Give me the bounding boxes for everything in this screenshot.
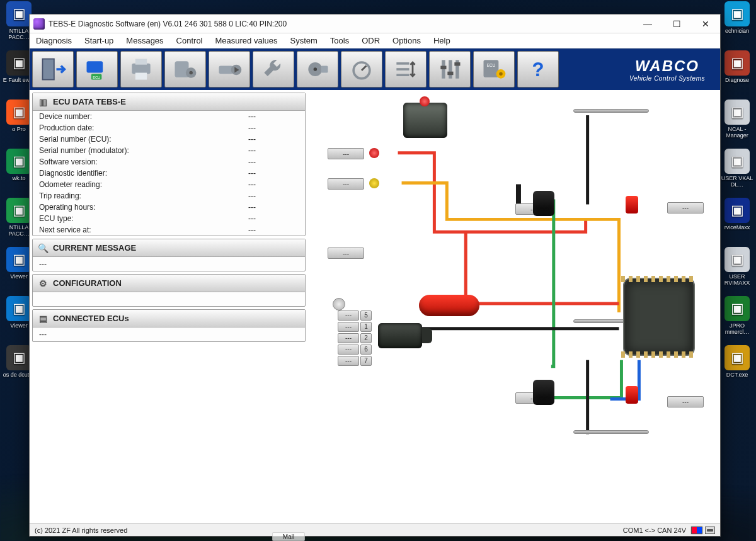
port-number: 5	[360, 310, 372, 321]
svg-point-13	[314, 67, 318, 71]
menu-help[interactable]: Help	[427, 33, 457, 48]
menu-odr[interactable]: ODR	[355, 33, 386, 48]
ecu-data-row: Diagnostic identifier:---	[33, 168, 305, 179]
ecu-data-row: Trip reading:---	[33, 190, 305, 202]
chip-icon: ▥	[37, 96, 49, 108]
svg-rect-25	[454, 62, 460, 66]
sort-icon[interactable]	[385, 51, 427, 88]
panel-title: ECU DATA TEBS-E	[53, 97, 126, 106]
test-button[interactable]	[333, 298, 345, 310]
menu-tools[interactable]: Tools	[324, 33, 355, 48]
minimize-button[interactable]: —	[633, 14, 662, 33]
supply-cap-red	[369, 148, 379, 158]
menu-system[interactable]: System	[284, 33, 324, 48]
ecu-data-row: Operating hours:---	[33, 202, 305, 213]
schematic-pane: --- --- --- --- --- --- ---	[309, 90, 720, 523]
ecu-data-row: Serial number (modulator):---	[33, 145, 305, 156]
air-tank	[419, 295, 479, 316]
disc-icon[interactable]	[297, 51, 338, 88]
svg-rect-19	[396, 74, 409, 76]
svg-rect-24	[447, 72, 453, 76]
panel-body: ---	[33, 257, 305, 271]
svg-point-15	[353, 62, 370, 79]
relay-valve	[403, 103, 447, 138]
gauge-icon[interactable]	[341, 51, 382, 88]
mini-readout: ---	[667, 396, 704, 407]
settings-cog-icon[interactable]	[164, 51, 206, 88]
port-status: ---	[338, 356, 359, 366]
menu-diagnosis[interactable]: Diagnosis	[30, 33, 78, 48]
menu-messages[interactable]: Messages	[120, 33, 169, 48]
desktop-shortcut[interactable]: ▣USER VKAL DL…	[719, 149, 755, 194]
mini-readout: ---	[328, 148, 364, 159]
mini-readout: ---	[328, 248, 364, 259]
ecu-block	[624, 279, 694, 355]
ecu-connect-icon[interactable]: ECU	[76, 51, 118, 88]
svg-rect-6	[135, 73, 147, 80]
svg-line-16	[362, 66, 366, 71]
panel-title: CONNECTED ECUs	[53, 314, 129, 323]
port-status: ---	[338, 345, 359, 355]
close-button[interactable]: ✕	[691, 14, 720, 33]
desktop-shortcut[interactable]: ▣USER RVIMAXX	[719, 247, 755, 292]
svg-rect-10	[219, 66, 233, 74]
svg-rect-4	[132, 64, 150, 74]
svg-rect-21	[449, 60, 452, 78]
menu-options[interactable]: Options	[386, 33, 427, 48]
desktop-shortcut[interactable]: ▣echnician	[719, 1, 755, 47]
ecu-data-row: Device number:---	[33, 111, 305, 122]
svg-point-9	[189, 71, 193, 75]
valve	[626, 386, 638, 404]
svg-rect-1	[87, 61, 103, 72]
port-status: ---	[338, 333, 359, 343]
axle	[573, 109, 649, 113]
app-icon	[33, 18, 45, 30]
svg-rect-0	[43, 59, 54, 80]
maximize-button[interactable]: ☐	[662, 14, 691, 33]
panel-body: ---	[33, 327, 305, 341]
desktop-shortcut[interactable]: ▣JPRO mmercl…	[719, 296, 755, 341]
port-status: ---	[338, 322, 359, 332]
svg-point-29	[499, 72, 503, 76]
svg-rect-14	[321, 66, 328, 73]
ecu-data-row: Odometer reading:---	[33, 179, 305, 190]
mini-readout: ---	[667, 202, 704, 214]
wrench-icon[interactable]	[253, 51, 294, 88]
window-title: TEBS-E Diagnostic Software (en) V6.01 24…	[49, 20, 287, 28]
ecu-config-icon[interactable]: ECU	[473, 51, 515, 88]
interface-icon	[705, 527, 715, 534]
modules-icon: ▤	[37, 312, 49, 325]
panel-body	[33, 292, 305, 306]
brand-logo: WABCOVehicle Control Systems	[617, 51, 718, 88]
ecu-data-row: Next service at:---	[33, 224, 305, 236]
menu-start-up[interactable]: Start-up	[78, 33, 120, 48]
panel-title: CONFIGURATION	[53, 278, 122, 288]
axle	[573, 430, 649, 434]
mini-readout: ---	[328, 178, 364, 190]
ecu-data-row: Production date:---	[33, 122, 305, 134]
menu-measured-values[interactable]: Measured values	[209, 33, 284, 48]
sliders-icon[interactable]	[429, 51, 471, 88]
port-number: 2	[360, 333, 372, 343]
exit-icon[interactable]	[32, 51, 74, 88]
panel-connected-ecus: ▤ CONNECTED ECUs ---	[32, 309, 306, 342]
port-table: ---5---1---2---6---7	[338, 310, 372, 366]
panel-current-message: 🔍 CURRENT MESSAGE ---	[32, 239, 306, 271]
print-icon[interactable]	[120, 51, 162, 88]
desktop-shortcut[interactable]: ▣Diagnose	[719, 50, 755, 96]
port-status: ---	[338, 310, 359, 321]
copyright: (c) 2021 ZF All rights reserved	[35, 527, 127, 534]
desktop-shortcut[interactable]: ▣rviceMaxx	[719, 198, 755, 243]
left-pane: ▥ ECU DATA TEBS-E Device number:---Produ…	[30, 90, 309, 523]
desktop-shortcut[interactable]: ▣DCT.exe	[719, 345, 755, 390]
play-icon[interactable]	[209, 51, 250, 88]
help-icon[interactable]: ?	[517, 51, 559, 88]
svg-rect-23	[440, 66, 446, 70]
air-bellow	[533, 380, 554, 405]
svg-rect-18	[396, 68, 409, 71]
menu-control[interactable]: Control	[170, 33, 209, 48]
menubar: DiagnosisStart-upMessagesControlMeasured…	[30, 33, 720, 48]
search-icon: 🔍	[37, 242, 49, 254]
desktop-shortcut[interactable]: ▣NCAL - Manager	[719, 100, 755, 145]
svg-rect-5	[135, 59, 147, 65]
